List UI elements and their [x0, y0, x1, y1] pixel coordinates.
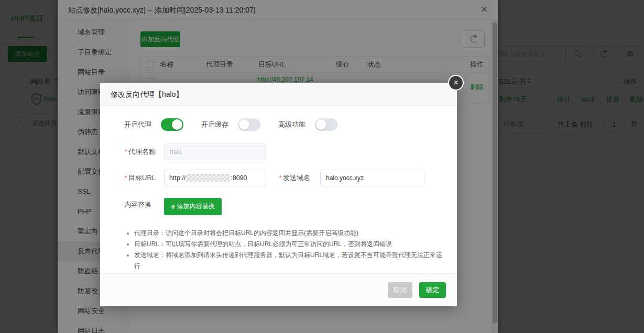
edit-proxy-header: 修改反向代理【halo】 — [100, 83, 457, 106]
enable-proxy-toggle[interactable] — [161, 118, 183, 131]
required-mark: * — [124, 148, 127, 156]
toggle-row: 开启代理 开启缓存 高级功能 — [124, 118, 446, 131]
target-url-label: 目标URL — [128, 174, 156, 182]
edit-proxy-footer: 取消 确定 — [100, 273, 457, 306]
plus-icon: + — [171, 202, 176, 211]
enable-cache-label: 开启缓存 — [201, 120, 238, 129]
edit-proxy-modal: × 修改反向代理【halo】 开启代理 开启缓存 高级功能 *代理名称 — [100, 83, 457, 306]
enable-proxy-label: 开启代理 — [124, 120, 161, 129]
target-url-row: *目标URL http:// :8090 *发送域名 — [124, 170, 446, 186]
proxy-name-input — [164, 143, 266, 160]
add-content-replace-button[interactable]: +添加内容替换 — [164, 198, 222, 215]
required-mark: * — [279, 174, 281, 182]
required-mark: * — [124, 174, 127, 182]
note-target-url: 目标URL：可以填写你需要代理的站点，目标URL必须为可正常访问的URL，否则将… — [134, 239, 392, 250]
advanced-toggle[interactable] — [315, 118, 337, 131]
cancel-button[interactable]: 取消 — [388, 282, 412, 298]
send-domain-label: 发送域名 — [283, 174, 310, 182]
confirm-button[interactable]: 确定 — [419, 282, 446, 298]
content-replace-label: 内容替换 — [124, 198, 164, 209]
proxy-name-label: 代理名称 — [128, 148, 156, 156]
close-icon[interactable]: × — [448, 75, 464, 91]
proxy-name-row: *代理名称 — [124, 143, 446, 160]
masked-ip — [186, 174, 230, 182]
url-port: :8090 — [231, 174, 247, 182]
edit-proxy-title: 修改反向代理【halo】 — [111, 83, 183, 106]
note-send-domain: 发送域名：将域名添加到请求头传递到代理服务器，默认为目标URL域名，若设置不当可… — [134, 250, 446, 272]
content-replace-row: 内容替换 +添加内容替换 — [124, 198, 446, 215]
edit-proxy-body: 开启代理 开启缓存 高级功能 *代理名称 *目标URL http:// — [100, 106, 457, 283]
url-prefix: http:// — [169, 174, 185, 182]
note-proxy-dir: 代理目录：访问这个目录时将会把目标URL的内容返回并显示(需要开启高级功能) — [134, 228, 358, 239]
target-url-input[interactable]: http:// :8090 — [164, 170, 266, 186]
send-domain-input[interactable] — [320, 170, 424, 186]
enable-cache-toggle[interactable] — [238, 118, 260, 131]
screen: PHP项目 添加站点 ⚙ 网站名 SSL证书 操作 WAF halo. 剩余76… — [0, 0, 644, 333]
advanced-label: 高级功能 — [278, 120, 315, 129]
